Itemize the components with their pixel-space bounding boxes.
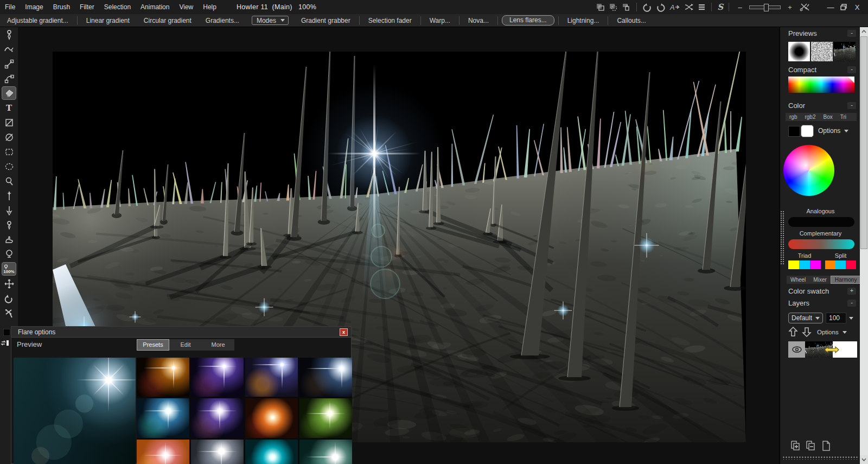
color-options-dropdown[interactable]: Options [818,127,848,135]
triad-swatch[interactable] [799,260,810,269]
adjustable-gradient-button[interactable]: Adjustable gradient... [0,14,75,27]
flare-preset-thumbnail[interactable] [191,358,244,397]
brush-preview-thumbnail[interactable] [788,42,810,61]
dialog-title[interactable]: Flare options [11,327,351,338]
pin-x-tool[interactable] [2,306,16,320]
flare-preset-thumbnail[interactable] [245,358,298,397]
background-color-swatch[interactable] [801,125,814,137]
restore-button[interactable] [840,3,848,11]
text-tool[interactable]: T [2,101,16,115]
shape-frame-tool[interactable] [2,116,16,129]
layers-options-dropdown[interactable]: Options [817,329,847,335]
minimize-button[interactable]: — [825,3,836,11]
tab-box[interactable]: Box [819,113,836,121]
tab-rgb[interactable]: rgb [786,113,801,121]
add-color-swatch-button[interactable]: + [847,288,856,295]
opacity-dropdown-icon[interactable] [849,317,853,320]
paste-special-icon[interactable] [622,3,631,11]
callouts-button[interactable]: Callouts... [610,14,653,27]
flare-preset-thumbnail[interactable] [299,398,352,438]
flare-preset-thumbnail[interactable] [299,358,352,397]
flare-preset-thumbnail[interactable] [299,440,352,464]
compact-color-picker[interactable] [788,77,854,93]
flare-preset-thumbnail[interactable] [191,440,244,464]
move-layer-up-button[interactable] [788,326,798,340]
pin-star-tool[interactable] [2,189,16,202]
flare-preset-thumbnail[interactable] [245,440,298,464]
menu-animation[interactable]: Animation [136,0,174,14]
foreground-color-swatch[interactable] [788,126,800,137]
complementary-bar[interactable] [788,239,854,249]
menu-image[interactable]: Image [20,0,48,14]
scrollbar-thumb[interactable] [860,36,867,249]
shuffle-arrows-icon[interactable] [684,3,694,11]
analogous-bar[interactable] [788,217,854,227]
split-swatch[interactable] [835,260,846,269]
magnifier-lamp-tool[interactable] [2,247,16,261]
selection-fader-button[interactable]: Selection fader [361,14,419,27]
curve-tool[interactable] [2,72,16,85]
lightning-button[interactable]: Lightning... [560,14,607,27]
tab-tri[interactable]: Tri [837,113,850,121]
warp-button[interactable]: Warp... [423,14,457,27]
collapse-previews-button[interactable]: - [847,30,856,37]
layer-visibility-toggle[interactable] [788,341,805,358]
linear-gradient-button[interactable]: Linear gradient [79,14,137,27]
cut-tool-icon[interactable] [799,2,810,12]
gradients-button[interactable]: Gradients... [199,14,246,27]
layer-row[interactable] [788,341,857,358]
menu-brush[interactable]: Brush [48,0,75,14]
scroll-up-button[interactable] [860,27,868,36]
menu-view[interactable]: View [174,0,198,14]
redo-icon[interactable] [656,3,666,12]
split-swatch[interactable] [825,260,835,269]
tab-harmony[interactable]: Harmony [831,276,861,284]
circular-gradient-button[interactable]: Circular gradient [137,14,199,27]
collapse-color-button[interactable]: - [847,102,856,109]
menu-selection[interactable]: Selection [99,0,136,14]
flare-preset-thumbnail[interactable] [245,398,298,438]
menu-filter[interactable]: Filter [75,0,99,14]
ellipse-select-tool[interactable] [2,160,16,173]
menu-help[interactable]: Help [198,0,221,14]
image-preview-thumbnail[interactable] [834,42,856,61]
remove-layer-button[interactable] [805,440,816,455]
paste-as-image-icon[interactable] [596,3,605,11]
undo-icon[interactable] [642,3,652,12]
primary-color-swatch[interactable] [3,329,10,336]
triad-swatch[interactable] [810,260,821,269]
tab-presets[interactable]: Presets [137,339,169,351]
flare-preset-thumbnail[interactable] [137,440,189,464]
paste-as-brush-icon[interactable] [609,3,618,11]
smudge-finger-tool[interactable] [2,233,16,246]
zoom-100-tool[interactable]: 100% [2,262,16,276]
panel-resize-grip[interactable] [782,456,859,460]
collapse-layers-button[interactable]: - [847,300,856,307]
undo-curl-tool[interactable] [2,291,16,305]
flare-preset-thumbnail[interactable] [191,398,244,438]
split-swatch[interactable] [846,260,856,269]
lasso-tool[interactable] [2,174,16,188]
line-tool[interactable] [2,57,16,71]
scroll-down-button[interactable] [860,455,868,464]
panel-grip[interactable] [780,211,784,265]
move-layer-down-button[interactable] [802,326,812,340]
gradient-grabber-button[interactable]: Gradient grabber [294,14,358,27]
tab-more[interactable]: More [202,339,234,351]
gradient-fill-tool[interactable] [2,86,16,100]
triad-swatch[interactable] [788,260,799,269]
nova-button[interactable]: Nova... [461,14,496,27]
new-page-button[interactable] [821,440,832,455]
move-tool[interactable] [2,277,16,290]
zoom-out-button[interactable]: – [735,3,745,11]
collapse-compact-button[interactable]: - [847,66,856,73]
tab-edit[interactable]: Edit [169,339,202,351]
dialog-close-button[interactable]: x [340,328,348,336]
close-button[interactable]: X [852,3,863,11]
stylus-pressure-icon[interactable]: S [717,2,723,12]
add-layer-button[interactable] [789,440,801,455]
list-icon[interactable] [698,3,706,11]
no-fill-tool[interactable] [2,130,16,144]
panel-scrollbar[interactable] [860,27,868,464]
color-wheel[interactable] [783,145,834,196]
